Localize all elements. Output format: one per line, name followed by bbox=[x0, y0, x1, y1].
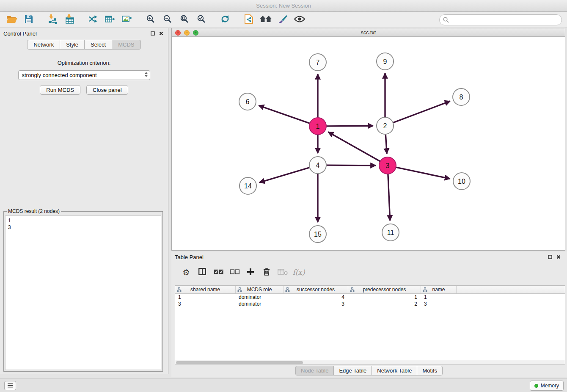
refresh-button[interactable] bbox=[217, 13, 234, 27]
graph-edge-3-11[interactable] bbox=[388, 174, 390, 221]
toolbar-separator bbox=[78, 19, 85, 20]
column-header-predecessor-nodes[interactable]: predecessor nodes bbox=[348, 286, 421, 293]
table-row[interactable]: 3dominator323 bbox=[175, 301, 565, 307]
table-cell: dominator bbox=[236, 301, 284, 307]
run-mcds-button[interactable]: Run MCDS bbox=[40, 85, 80, 95]
graph-edge-4-14[interactable] bbox=[259, 168, 310, 182]
graph-node-label: 4 bbox=[316, 162, 320, 169]
mcds-result-title: MCDS result (2 nodes) bbox=[7, 208, 61, 214]
tab-mcds[interactable]: MCDS bbox=[112, 40, 140, 50]
graph-edge-2-3[interactable] bbox=[385, 134, 387, 154]
column-header-name[interactable]: name bbox=[421, 286, 457, 293]
network-canvas[interactable]: 7968124314101511 bbox=[172, 37, 565, 250]
graph-node-7[interactable]: 7 bbox=[309, 54, 326, 71]
graph-edge-3-10[interactable] bbox=[396, 167, 450, 179]
deselect-all-columns-button[interactable] bbox=[228, 266, 241, 279]
scrollbar-thumb[interactable] bbox=[176, 361, 303, 364]
zoom-selected-button[interactable] bbox=[193, 13, 210, 27]
tab-select[interactable]: Select bbox=[84, 40, 112, 50]
import-network-icon bbox=[47, 14, 58, 25]
tab-style[interactable]: Style bbox=[60, 40, 85, 50]
network-document-button[interactable] bbox=[240, 13, 257, 27]
import-network-button[interactable] bbox=[44, 13, 61, 27]
tab-motifs[interactable]: Motifs bbox=[417, 366, 443, 375]
close-window-button[interactable]: ✕ bbox=[175, 30, 181, 36]
graph-node-label: 15 bbox=[314, 231, 322, 238]
table-row[interactable]: 1dominator411 bbox=[175, 294, 565, 301]
import-table-icon bbox=[64, 14, 74, 25]
mcds-result-list[interactable]: 13 bbox=[5, 215, 161, 370]
paintbrush-icon bbox=[278, 14, 288, 25]
delete-columns-button[interactable] bbox=[260, 266, 273, 279]
export-network-button[interactable] bbox=[85, 13, 102, 27]
window-titlebar: Session: New Session bbox=[0, 0, 567, 12]
memory-button[interactable]: Memory bbox=[530, 381, 564, 391]
save-session-button[interactable] bbox=[20, 13, 37, 27]
export-table-button[interactable] bbox=[102, 13, 118, 27]
style-button[interactable] bbox=[274, 13, 291, 27]
task-history-button[interactable] bbox=[4, 381, 16, 390]
horizontal-scrollbar[interactable] bbox=[175, 360, 565, 364]
column-type-icon bbox=[423, 287, 427, 292]
zoom-fit-button[interactable] bbox=[176, 13, 193, 27]
delete-table-button[interactable] bbox=[276, 266, 289, 279]
tab-network[interactable]: Network bbox=[27, 40, 60, 50]
graph-edge-2-8[interactable] bbox=[393, 101, 450, 123]
network-window-titlebar[interactable]: ✕ − + scc.txt bbox=[172, 28, 565, 37]
table-cell: 1 bbox=[348, 294, 421, 301]
graph-node-6[interactable]: 6 bbox=[239, 93, 256, 110]
export-image-button[interactable] bbox=[118, 13, 135, 27]
function-builder-button[interactable]: f(x) bbox=[292, 266, 305, 279]
close-table-panel-icon[interactable] bbox=[555, 254, 562, 260]
column-header-label: successor nodes bbox=[297, 287, 335, 293]
optimization-criterion-select[interactable]: strongly connected component bbox=[18, 70, 150, 80]
graph-node-10[interactable]: 10 bbox=[453, 173, 470, 190]
graph-node-label: 2 bbox=[383, 122, 387, 130]
tab-edge-table[interactable]: Edge Table bbox=[333, 366, 372, 375]
column-header-successor-nodes[interactable]: successor nodes bbox=[284, 286, 348, 293]
close-panel-icon[interactable] bbox=[158, 30, 165, 37]
import-table-button[interactable] bbox=[61, 13, 78, 27]
tab-network-table[interactable]: Network Table bbox=[372, 366, 417, 375]
graph-node-15[interactable]: 15 bbox=[309, 226, 326, 243]
select-all-columns-button[interactable] bbox=[212, 266, 225, 279]
minimize-window-button[interactable]: − bbox=[184, 30, 190, 36]
graph-node-11[interactable]: 11 bbox=[382, 224, 399, 241]
graph-node-1[interactable]: 1 bbox=[309, 118, 326, 135]
graph-node-label: 11 bbox=[387, 229, 394, 236]
plus-icon bbox=[247, 268, 254, 277]
float-panel-icon[interactable] bbox=[149, 30, 156, 37]
export-network-icon bbox=[88, 14, 98, 25]
zoom-window-button[interactable]: + bbox=[193, 30, 198, 36]
search-input[interactable] bbox=[439, 14, 562, 25]
graph-node-3[interactable]: 3 bbox=[379, 157, 396, 174]
control-panel-title: Control Panel bbox=[3, 30, 37, 37]
graph-edge-1-6[interactable] bbox=[259, 105, 310, 123]
graph-edge-3-1[interactable] bbox=[328, 132, 380, 161]
zoom-out-button[interactable] bbox=[159, 13, 176, 27]
column-header-MCDS-role[interactable]: MCDS role bbox=[236, 286, 284, 293]
graph-node-14[interactable]: 14 bbox=[239, 177, 256, 194]
graph-node-2[interactable]: 2 bbox=[377, 117, 394, 134]
graph-node-label: 8 bbox=[460, 94, 463, 101]
table-settings-button[interactable]: ⚙ bbox=[180, 266, 193, 279]
open-session-button[interactable] bbox=[3, 13, 20, 27]
graph-node-4[interactable]: 4 bbox=[309, 157, 326, 174]
graph-node-label: 10 bbox=[458, 178, 465, 185]
graph-node-9[interactable]: 9 bbox=[377, 53, 394, 70]
graph-edge-1-2[interactable] bbox=[326, 126, 373, 126]
home-button[interactable] bbox=[257, 13, 274, 27]
show-columns-button[interactable] bbox=[196, 266, 209, 279]
zoom-in-button[interactable] bbox=[142, 13, 159, 27]
close-panel-button[interactable]: Close panel bbox=[86, 85, 128, 95]
tab-node-table[interactable]: Node Table bbox=[295, 366, 334, 375]
graph-edge-4-3[interactable] bbox=[326, 165, 376, 166]
delete-table-icon bbox=[278, 268, 288, 276]
create-column-button[interactable] bbox=[244, 266, 257, 279]
float-table-panel-icon[interactable] bbox=[547, 254, 553, 260]
graph-node-8[interactable]: 8 bbox=[453, 88, 470, 105]
table-header-row: shared nameMCDS rolesuccessor nodesprede… bbox=[175, 286, 565, 294]
details-button[interactable] bbox=[291, 13, 308, 27]
column-header-shared-name[interactable]: shared name bbox=[175, 286, 236, 293]
column-type-icon bbox=[177, 287, 182, 292]
